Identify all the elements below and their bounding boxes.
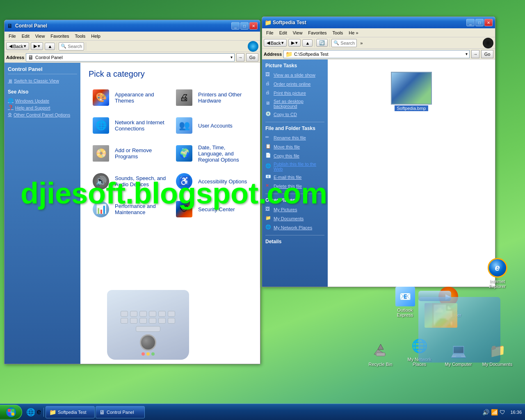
sp-back-button[interactable]: ◀ Back ▾ (264, 39, 287, 47)
address-go-arrow[interactable]: → (236, 53, 244, 62)
cp-main-content: Pick a category 🎨 Appearance and Themes … (80, 63, 260, 364)
wmp-label: Windows Media Player (433, 308, 463, 317)
switch-classic-view-link[interactable]: 🖥 Switch to Classic View (8, 78, 77, 84)
menu-file[interactable]: File (6, 33, 18, 39)
desktop-icon-computer[interactable]: 💻 My Computer (443, 341, 474, 367)
task-delete[interactable]: ✕ Delete this file (265, 182, 324, 190)
desktop-icon-documents[interactable]: 📁 My Documents (482, 341, 513, 367)
other-options-link[interactable]: ⚙ Other Control Panel Options (8, 111, 77, 118)
file-name-label[interactable]: Softpedia.bmp (395, 105, 429, 111)
task-email[interactable]: 📧 E-mail this file (265, 173, 324, 181)
sp-toolbar-sep2 (329, 39, 330, 47)
desktop-icon-oe[interactable]: 📧 Outlook Express (390, 287, 420, 317)
task-publish[interactable]: 🌐 Publish this file to the Web (265, 161, 324, 172)
taskbar-item-cp[interactable]: 🖥 Control Panel (96, 406, 145, 418)
windows-update-link[interactable]: 🌐 Windows Update (8, 97, 77, 104)
task-print-picture[interactable]: 🖨 Print this picture (265, 89, 324, 97)
place-documents[interactable]: 📁 My Documents (265, 215, 324, 223)
security-icon: 🛡 (174, 199, 194, 219)
category-addremove[interactable]: 📀 Add or Remove Programs (89, 141, 169, 166)
sp-menu-tools[interactable]: Tools (330, 30, 346, 36)
sp-address-go-arrow[interactable]: → (471, 50, 479, 58)
task-set-desktop[interactable]: 🖥 Set as desktop background (265, 98, 324, 110)
category-datetime[interactable]: 🌍 Date, Time, Language, and Regional Opt… (172, 141, 252, 166)
address-dropdown-icon[interactable]: ▾ (231, 55, 233, 59)
taskbar-item-softpedia[interactable]: 📁 Softpedia Test (46, 406, 95, 418)
tray-volume-icon[interactable]: 📶 (491, 409, 498, 415)
category-sounds[interactable]: 🔊 Sounds, Speech, and Audio Devices (89, 169, 169, 194)
sp-search-box[interactable]: 🔍 Search (331, 39, 357, 47)
sp-menu-edit[interactable]: Edit (277, 30, 290, 36)
sp-minimize-button[interactable]: _ (466, 19, 475, 26)
task-copy[interactable]: 📄 Copy this file (265, 152, 324, 160)
desktop-icon-network[interactable]: 🌐 My Network Places (404, 336, 435, 367)
help-icon: ❓ (8, 105, 14, 110)
category-accessibility[interactable]: ♿ Accessibility Options (172, 169, 252, 194)
desktop-icon-wmp[interactable]: ▶ Windows Media Player (433, 287, 463, 317)
sp-address-go-button[interactable]: Go (481, 50, 493, 58)
softpedia-menubar: File Edit View Favorites Tools He » (262, 28, 495, 37)
task-move[interactable]: 📋 Move this file (265, 143, 324, 151)
cp-sidebar: Control Panel 🖥 Switch to Classic View S… (5, 63, 80, 364)
up-button[interactable]: ▲ (45, 43, 55, 50)
desktop-icon-recycle[interactable]: Recycle Bin (365, 341, 396, 367)
task-order-prints[interactable]: 🖨 Order prints online (265, 80, 324, 88)
sp-toolbar-more[interactable]: » (360, 41, 363, 46)
task-rename[interactable]: ✏ Rename this file (265, 134, 324, 142)
sp-address-input[interactable]: 📁 C:\Softpedia Test ▾ (283, 50, 470, 58)
category-performance[interactable]: 📊 Performance and Maintenance (89, 197, 169, 221)
tray-network-icon[interactable]: 🔊 (482, 409, 489, 415)
network-places-desktop-label: My Network Places (404, 357, 435, 367)
address-go-button[interactable]: Go (246, 53, 258, 62)
copy-cd-label: Copy to CD (274, 112, 297, 117)
place-network[interactable]: 🌐 My Network Places (265, 224, 324, 232)
sp-address-dropdown-icon[interactable]: ▾ (466, 52, 468, 56)
back-button[interactable]: ◀ Back ▾ (6, 42, 29, 50)
tray-security-icon[interactable]: 🛡 (500, 409, 505, 415)
address-input[interactable]: 🖥 Control Panel ▾ (26, 53, 235, 62)
close-button[interactable]: ✕ (249, 22, 258, 30)
menu-edit[interactable]: Edit (19, 33, 32, 39)
minimize-button[interactable]: _ (231, 22, 240, 30)
sp-close-button[interactable]: ✕ (484, 19, 493, 26)
other-options-icon: ⚙ (8, 112, 12, 117)
menu-help[interactable]: Help (89, 33, 103, 39)
forward-button[interactable]: ▶ ▾ (31, 42, 43, 50)
sp-menu-he[interactable]: He » (346, 30, 361, 36)
sp-refresh-button[interactable]: 🔄 (316, 39, 328, 47)
desktop-icon-ie[interactable]: e Internet Explorer (482, 258, 513, 289)
file-thumbnail[interactable] (391, 72, 432, 105)
task-slideshow[interactable]: 🖼 View as a slide show (265, 71, 324, 79)
sp-restore-button[interactable]: □ (475, 19, 484, 26)
sp-up-button[interactable]: ▲ (302, 39, 313, 47)
category-printers[interactable]: 🖨 Printers and Other Hardware (172, 85, 252, 110)
category-users[interactable]: 👥 User Accounts (172, 113, 252, 138)
outlook-icon: 📧 (395, 287, 415, 306)
cp-search-box[interactable]: 🔍 Search (59, 42, 84, 50)
print-icon: 🖨 (265, 90, 272, 96)
help-support-link[interactable]: ❓ Help and Support (8, 104, 77, 111)
control-panel-titlebar: 🖥 Control Panel _ □ ✕ (5, 20, 260, 32)
place-pictures[interactable]: 🖼 My Pictures (265, 205, 324, 214)
clock-display[interactable]: 16:36 (510, 410, 522, 415)
menu-tools[interactable]: Tools (73, 33, 88, 39)
svg-rect-6 (8, 413, 11, 415)
ql-ie2-icon[interactable]: e (37, 408, 41, 416)
sp-main-content: Softpedia.bmp (328, 59, 495, 287)
forward-arrow: ▾ (38, 43, 40, 49)
users-icon: 👥 (174, 116, 194, 135)
sp-forward-arrow: ▾ (295, 40, 298, 46)
menu-view[interactable]: View (33, 33, 48, 39)
menu-favorites[interactable]: Favorites (48, 33, 71, 39)
sp-forward-button[interactable]: ▶ ▾ (288, 39, 301, 47)
category-network[interactable]: 🌐 Network and Internet Connections (89, 113, 169, 138)
task-copy-cd[interactable]: 💿 Copy to CD (265, 110, 324, 119)
start-button[interactable] (0, 405, 22, 420)
sp-menu-file[interactable]: File (264, 30, 276, 36)
category-security[interactable]: 🛡 Security Center (172, 197, 252, 221)
restore-button[interactable]: □ (240, 22, 249, 30)
sp-menu-favorites[interactable]: Favorites (306, 30, 329, 36)
ql-ie-icon[interactable]: 🌐 (26, 408, 35, 417)
sp-menu-view[interactable]: View (290, 30, 305, 36)
category-appearance[interactable]: 🎨 Appearance and Themes (89, 85, 169, 110)
